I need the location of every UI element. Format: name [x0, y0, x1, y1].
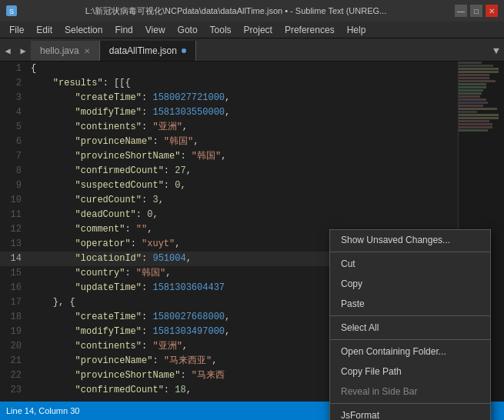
menu-edit[interactable]: Edit: [30, 23, 58, 37]
minimap-line: [459, 111, 477, 113]
title-bar: S L:\新冠状病毒可视化\NCPdata\data\dataAllTime.j…: [0, 0, 504, 22]
unsaved-dot: [182, 48, 186, 53]
menu-help[interactable]: Help: [341, 23, 372, 37]
line-num-15: 15: [0, 266, 28, 281]
menu-bar: File Edit Selection Find View Goto Tools…: [0, 22, 504, 38]
ctx-show-unsaved-label: Show Unsaved Changes...: [341, 235, 450, 245]
minimap-line: [459, 92, 482, 95]
minimap-line: [459, 80, 496, 82]
code-line-2: "results": [[{: [28, 76, 458, 91]
ctx-divider-2: [330, 315, 490, 316]
minimap-line: [459, 98, 486, 101]
tab-hello-java[interactable]: hello.java ✕: [31, 41, 100, 61]
tab-nav-left-button[interactable]: ◀: [0, 41, 15, 61]
ctx-reveal-sidebar-label: Reveal in Side Bar: [341, 386, 417, 397]
minimap-line: [459, 83, 486, 85]
code-line-9: "suspectedCount": 0,: [28, 178, 458, 193]
line-num-23: 23: [0, 383, 28, 398]
window-controls[interactable]: — □ ✕: [455, 5, 498, 17]
ctx-jsformat[interactable]: JsFormat: [330, 405, 490, 420]
line-num-10: 10: [0, 193, 28, 208]
ctx-jsformat-label: JsFormat: [341, 410, 379, 420]
menu-goto[interactable]: Goto: [172, 23, 204, 37]
ctx-select-all[interactable]: Select All: [330, 318, 490, 338]
tab-hello-java-close[interactable]: ✕: [84, 47, 90, 55]
ctx-open-folder[interactable]: Open Containing Folder...: [330, 342, 490, 362]
code-line-10: "curedCount": 3,: [28, 193, 458, 208]
line-num-21: 21: [0, 354, 28, 368]
line-num-7: 7: [0, 149, 28, 164]
close-button[interactable]: ✕: [486, 5, 498, 17]
tab-dataalltime-json[interactable]: dataAllTime.json: [100, 41, 196, 61]
ctx-open-folder-label: Open Containing Folder...: [341, 346, 446, 357]
tab-hello-java-label: hello.java: [40, 45, 79, 56]
ctx-cut[interactable]: Cut: [330, 254, 490, 274]
line-num-20: 20: [0, 339, 28, 354]
menu-find[interactable]: Find: [108, 23, 139, 37]
minimap-line: [459, 89, 483, 92]
tab-dataalltime-json-label: dataAllTime.json: [109, 45, 177, 56]
line-num-18: 18: [0, 310, 28, 325]
minimap-line: [459, 105, 483, 107]
title-bar-icon: S: [6, 5, 17, 16]
ctx-reveal-sidebar: Reveal in Side Bar: [330, 382, 490, 402]
ctx-copy-file-path-label: Copy File Path: [341, 366, 402, 377]
menu-selection[interactable]: Selection: [58, 23, 108, 37]
minimap-line: [459, 126, 492, 128]
menu-tools[interactable]: Tools: [204, 23, 238, 37]
ctx-divider-3: [330, 339, 490, 340]
ctx-divider-4: [330, 403, 490, 404]
ctx-cut-label: Cut: [341, 258, 355, 269]
line-num-6: 6: [0, 135, 28, 149]
code-line-3: "createTime": 1580027721000,: [28, 91, 458, 105]
line-num-14: 14: [0, 252, 28, 266]
minimap-line: [459, 62, 482, 64]
code-line-5: "continents": "亚洲",: [28, 120, 458, 135]
minimap-line: [459, 74, 489, 76]
menu-view[interactable]: View: [139, 23, 172, 37]
ctx-paste[interactable]: Paste: [330, 294, 490, 314]
minimize-button[interactable]: —: [455, 5, 467, 17]
line-num-19: 19: [0, 325, 28, 339]
line-num-16: 16: [0, 281, 28, 295]
line-num-17: 17: [0, 295, 28, 310]
ctx-copy-file-path[interactable]: Copy File Path: [330, 362, 490, 382]
svg-text:S: S: [9, 8, 14, 15]
line-num-1: 1: [0, 62, 28, 76]
minimap-line: [459, 129, 488, 132]
ctx-copy-label: Copy: [341, 278, 362, 289]
context-menu: Show Unsaved Changes... Cut Copy Paste S…: [329, 229, 491, 420]
cursor-position: Line 14, Column 30: [6, 406, 79, 415]
minimap-line: [459, 77, 489, 79]
minimap-line: [459, 108, 497, 110]
minimap-line: [459, 102, 488, 104]
line-num-5: 5: [0, 120, 28, 135]
tab-overflow-button[interactable]: ▼: [489, 41, 504, 61]
menu-project[interactable]: Project: [238, 23, 279, 37]
menu-preferences[interactable]: Preferences: [279, 23, 341, 37]
minimap-line: [459, 117, 499, 119]
minimap-line: [459, 123, 492, 125]
line-gutter: 1 2 3 4 5 6 7 8 9 10 11 12 13 14 15 16 1…: [0, 62, 28, 402]
window-title: L:\新冠状病毒可视化\NCPdata\data\dataAllTime.jso…: [17, 5, 455, 17]
code-line-7: "provinceShortName": "韩国",: [28, 149, 458, 164]
line-num-22: 22: [0, 368, 28, 383]
line-num-13: 13: [0, 237, 28, 252]
minimap-line: [459, 68, 499, 70]
menu-file[interactable]: File: [3, 23, 30, 37]
ctx-paste-label: Paste: [341, 298, 365, 309]
ctx-show-unsaved[interactable]: Show Unsaved Changes...: [330, 230, 490, 250]
minimap-line: [459, 95, 480, 98]
maximize-button[interactable]: □: [470, 5, 482, 17]
tab-bar: ◀ ▶ hello.java ✕ dataAllTime.json ▼: [0, 38, 504, 62]
line-num-2: 2: [0, 76, 28, 91]
minimap-line: [459, 114, 499, 116]
ctx-copy[interactable]: Copy: [330, 274, 490, 294]
code-line-6: "provinceName": "韩国",: [28, 135, 458, 149]
minimap-line: [459, 120, 489, 122]
code-line-1: {: [28, 62, 458, 76]
minimap-line: [459, 65, 493, 67]
ctx-select-all-label: Select All: [341, 322, 379, 333]
tab-nav-right-button[interactable]: ▶: [15, 41, 31, 61]
minimap-line: [459, 71, 499, 73]
